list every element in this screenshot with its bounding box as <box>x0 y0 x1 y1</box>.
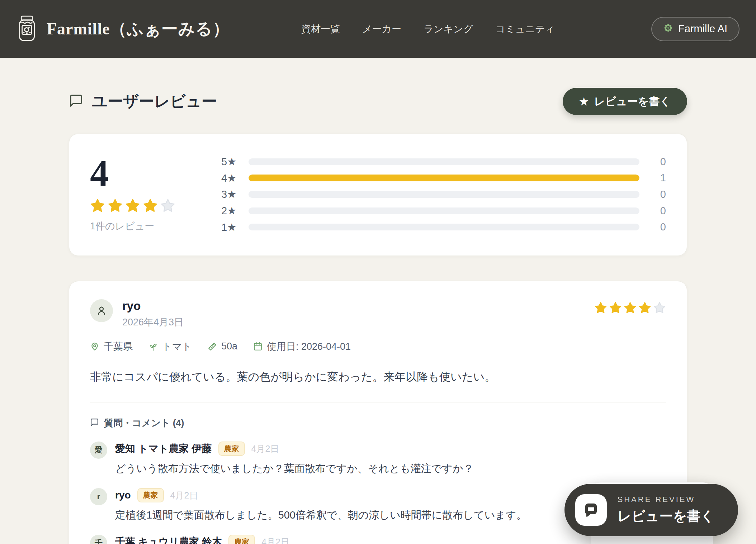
review-date: 2026年4月3日 <box>122 316 184 329</box>
meta-label: 千葉県 <box>104 340 133 353</box>
write-review-button[interactable]: ★ レビューを書く <box>563 88 687 115</box>
page-title: ユーザーレビュー <box>92 91 217 112</box>
star-filled-icon <box>108 198 123 213</box>
rating-distribution-row: 1★ 0 <box>221 222 666 233</box>
rating-row-bar <box>249 158 639 165</box>
comment-item: 愛 愛知 トマト農家 伊藤 農家 4月2日 どういう散布方法で使いましたか？葉面… <box>90 442 666 476</box>
average-stars <box>90 198 187 213</box>
comments-icon <box>90 418 99 428</box>
rating-row-bar <box>249 224 639 230</box>
comment-date: 4月2日 <box>170 490 198 501</box>
commenter-avatar: 千 <box>90 535 107 544</box>
farmer-badge: 農家 <box>218 442 245 456</box>
chat-bubble-icon <box>575 494 607 526</box>
jar-logo-icon <box>16 15 37 43</box>
star-filled-icon <box>609 301 622 314</box>
rating-row-count: 0 <box>649 189 666 200</box>
star-filled-icon <box>594 301 607 314</box>
star-filled-icon <box>624 301 637 314</box>
speech-bubble-icon <box>69 94 83 109</box>
rating-row-bar <box>249 191 639 198</box>
star-filled-icon <box>125 198 140 213</box>
rating-distribution-row: 4★ 1 <box>221 173 666 183</box>
meta-label: トマト <box>162 340 192 353</box>
meta-label: 使用日: 2026-04-01 <box>267 340 351 353</box>
review-count: 1件のレビュー <box>90 220 187 233</box>
rating-row-bar <box>249 207 639 214</box>
brand-title: Farmille（ふぁーみる） <box>47 18 230 40</box>
review-meta-row: 千葉県 トマト 50a 使用日: 2026-04-01 <box>90 340 666 353</box>
rating-row-count: 0 <box>649 156 666 168</box>
nav-item-materials[interactable]: 資材一覧 <box>301 23 340 35</box>
commenter-name: 千葉 キュウリ農家 鈴木 <box>115 535 222 544</box>
farmer-badge: 農家 <box>228 535 255 544</box>
rating-row-label: 3★ <box>221 188 244 200</box>
reviewer-avatar <box>90 299 113 322</box>
star-filled-icon <box>638 301 651 314</box>
star-empty-icon <box>160 198 175 213</box>
review-meta-item: 千葉県 <box>90 340 133 353</box>
rating-row-label: 4★ <box>221 172 244 184</box>
review-star-rating <box>594 301 666 314</box>
commenter-name: ryo <box>115 490 131 501</box>
comments-title: 質問・コメント (4) <box>104 417 184 429</box>
meta-label: 50a <box>221 341 237 352</box>
rating-summary-card: 4 1件のレビュー 5★ 0 4★ 1 3★ 0 2★ 0 1★ <box>69 134 687 256</box>
star-empty-icon <box>653 301 666 314</box>
farmer-badge: 農家 <box>137 488 164 502</box>
rating-row-count: 0 <box>649 205 666 217</box>
calendar-icon <box>253 342 263 351</box>
rating-row-count: 1 <box>649 172 666 184</box>
main-nav: 資材一覧 メーカー ランキング コミュニティ <box>301 23 641 35</box>
rating-row-count: 0 <box>649 221 666 233</box>
farmille-ai-label: Farmille AI <box>678 23 727 35</box>
flower-icon <box>663 23 673 35</box>
app-header: Farmille（ふぁーみる） 資材一覧 メーカー ランキング コミュニティ F… <box>0 0 756 58</box>
star-icon: ★ <box>579 96 588 108</box>
brand[interactable]: Farmille（ふぁーみる） <box>16 15 230 43</box>
commenter-avatar: 愛 <box>90 442 107 459</box>
review-meta-item: 50a <box>208 341 237 352</box>
average-rating: 4 <box>90 156 187 191</box>
sprout-icon <box>148 342 158 351</box>
page-title-row: ユーザーレビュー ★ レビューを書く <box>69 88 687 115</box>
review-meta-item: 使用日: 2026-04-01 <box>253 340 351 353</box>
comment-text: どういう散布方法で使いましたか？葉面散布ですか、それとも灌注ですか？ <box>115 461 474 476</box>
rating-row-label: 5★ <box>221 156 244 168</box>
reviewer-name: ryo <box>122 299 184 313</box>
rating-row-bar-fill <box>249 175 639 181</box>
write-review-label: レビューを書く <box>594 94 671 109</box>
rating-distribution-row: 3★ 0 <box>221 189 666 200</box>
farmille-ai-button[interactable]: Farmille AI <box>651 17 740 41</box>
widget-eyebrow: SHARE REVIEW <box>618 495 714 504</box>
nav-item-ranking[interactable]: ランキング <box>424 23 473 35</box>
star-filled-icon <box>143 198 158 213</box>
rating-distribution: 5★ 0 4★ 1 3★ 0 2★ 0 1★ 0 <box>221 156 666 233</box>
comment-item: 千 千葉 キュウリ農家 鈴木 農家 4月2日 他の肥料と混用していますか？うちも… <box>90 535 666 544</box>
divider <box>90 402 666 402</box>
rating-row-label: 1★ <box>221 221 244 233</box>
nav-item-makers[interactable]: メーカー <box>362 23 401 35</box>
comment-text: 定植後1週間で葉面散布しました。500倍希釈で、朝の涼しい時間帯に散布しています… <box>115 507 527 522</box>
commenter-name: 愛知 トマト農家 伊藤 <box>115 442 212 455</box>
commenter-avatar: r <box>90 488 107 505</box>
location-pin-icon <box>90 342 99 351</box>
share-review-widget[interactable]: SHARE REVIEW レビューを書く <box>564 484 738 536</box>
comment-date: 4月2日 <box>261 536 289 544</box>
rating-distribution-row: 2★ 0 <box>221 205 666 216</box>
rating-row-bar <box>249 175 639 181</box>
star-filled-icon <box>90 198 105 213</box>
review-meta-item: トマト <box>148 340 192 353</box>
widget-label: レビューを書く <box>618 507 714 525</box>
rating-distribution-row: 5★ 0 <box>221 156 666 167</box>
nav-item-community[interactable]: コミュニティ <box>495 23 555 35</box>
review-body: 非常にコスパに優れている。葉の色が明らかに変わった。来年以降も使いたい。 <box>90 369 666 386</box>
ruler-icon <box>208 342 217 351</box>
comment-date: 4月2日 <box>251 443 279 455</box>
rating-row-label: 2★ <box>221 205 244 217</box>
